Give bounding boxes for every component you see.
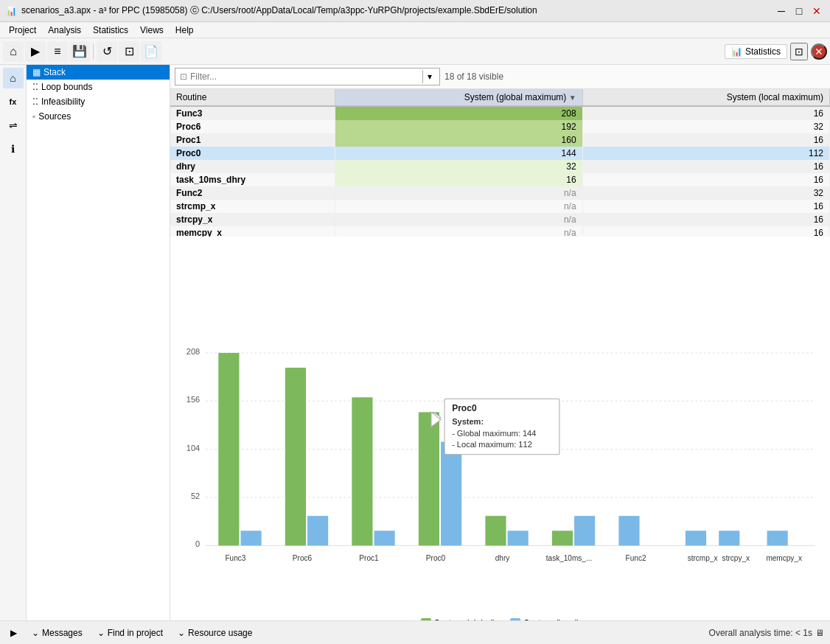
- col-header-global-max[interactable]: System (global maximum) ▼: [335, 89, 582, 106]
- panel-close-button[interactable]: ✕: [811, 43, 827, 60]
- resource-icon: ⌄: [178, 628, 185, 638]
- find-in-project-button[interactable]: ⌄ Find in project: [93, 626, 167, 640]
- expand-button[interactable]: ▶: [6, 626, 21, 640]
- list-toolbar-button[interactable]: ≡: [47, 41, 68, 62]
- resource-usage-button[interactable]: ⌄ Resource usage: [173, 626, 257, 640]
- chart-icon: 📊: [731, 46, 742, 57]
- filter-toolbar-button[interactable]: ⊡: [119, 41, 139, 62]
- tree-label-sources: Sources: [38, 111, 71, 122]
- cell-routine: strcmp_x: [170, 200, 335, 213]
- find-label: Find in project: [108, 628, 163, 638]
- bar-strcpy-local: [719, 531, 739, 545]
- cell-global-max: 32: [335, 160, 582, 173]
- tree-item-sources[interactable]: ◦ Sources: [27, 109, 170, 124]
- refresh-toolbar-button[interactable]: ↺: [97, 41, 117, 62]
- cell-routine: Proc1: [170, 133, 335, 147]
- sidebar-icons: ⌂ fx ⇌ ℹ: [0, 65, 27, 620]
- svg-text:0: 0: [195, 539, 200, 548]
- svg-text:strcmp_x: strcmp_x: [688, 554, 718, 562]
- menu-views[interactable]: Views: [134, 24, 170, 37]
- cell-routine: dhry: [170, 160, 335, 173]
- svg-text:104: 104: [186, 444, 200, 452]
- table-row[interactable]: memcpy_xn/a16: [170, 226, 830, 237]
- table-row[interactable]: Proc116016: [170, 133, 830, 147]
- messages-button[interactable]: ⌄ Messages: [27, 626, 87, 640]
- svg-text:Proc6: Proc6: [293, 554, 313, 562]
- resource-label: Resource usage: [188, 628, 252, 638]
- toolbar-separator: [93, 43, 94, 60]
- cell-global-max: n/a: [335, 200, 582, 213]
- export-toolbar-button[interactable]: 📄: [141, 41, 161, 62]
- filter-icon: ⊡: [180, 71, 187, 82]
- svg-text:strcpy_x: strcpy_x: [722, 554, 750, 562]
- tree-item-infeasibility[interactable]: ⁚⁚ Infeasibility: [27, 94, 170, 109]
- sidebar-home-icon[interactable]: ⌂: [3, 68, 24, 88]
- save-toolbar-button[interactable]: 💾: [69, 41, 90, 62]
- cell-routine: strcpy_x: [170, 213, 335, 226]
- home-toolbar-button[interactable]: ⌂: [3, 41, 24, 62]
- sidebar-fx-icon[interactable]: fx: [3, 91, 24, 112]
- analysis-time: Overall analysis time: < 1s: [709, 628, 812, 638]
- bar-dhry-local: [508, 531, 529, 545]
- tree-label-loop-bounds: Loop bounds: [41, 82, 92, 92]
- tree-item-stack[interactable]: ▦ Stack: [27, 65, 170, 80]
- filter-dropdown-button[interactable]: ▾: [422, 70, 435, 83]
- stack-icon: ▦: [32, 67, 41, 77]
- bar-proc6-global: [285, 368, 306, 545]
- sidebar-transform-icon[interactable]: ⇌: [3, 115, 24, 136]
- visible-count: 18 of 18 visible: [444, 71, 503, 82]
- bar-proc1-global: [352, 397, 372, 545]
- svg-text:- Global maximum: 144: - Global maximum: 144: [452, 429, 536, 438]
- pin-button[interactable]: ⊡: [790, 43, 808, 60]
- cell-global-max: 208: [335, 106, 582, 120]
- bar-proc1-local: [374, 531, 395, 545]
- cell-local-max: 16: [582, 213, 829, 226]
- table-row[interactable]: dhry3216: [170, 160, 830, 173]
- col-header-routine[interactable]: Routine: [170, 89, 335, 106]
- table-row[interactable]: Func2n/a32: [170, 186, 830, 200]
- bar-func3-local: [240, 531, 261, 545]
- menu-help[interactable]: Help: [170, 24, 200, 37]
- col-header-local-max[interactable]: System (local maximum): [582, 89, 829, 106]
- statistics-panel-button[interactable]: 📊 Statistics: [725, 44, 787, 59]
- svg-text:dhry: dhry: [495, 554, 510, 562]
- cell-local-max: 112: [582, 147, 829, 160]
- legend-local-label: System (local): [523, 618, 579, 620]
- cell-routine: Func3: [170, 106, 335, 120]
- table-row[interactable]: strcpy_xn/a16: [170, 213, 830, 226]
- cell-routine: Proc6: [170, 120, 335, 133]
- legend-global-color: [421, 618, 431, 620]
- cell-global-max: 144: [335, 147, 582, 160]
- cell-routine: memcpy_x: [170, 226, 335, 237]
- menu-statistics[interactable]: Statistics: [87, 24, 134, 37]
- table-row[interactable]: Proc619232: [170, 120, 830, 133]
- cell-routine: Func2: [170, 186, 335, 200]
- table-row[interactable]: strcmp_xn/a16: [170, 200, 830, 213]
- minimize-button[interactable]: ─: [774, 4, 789, 18]
- table-row[interactable]: task_10ms_dhry1616: [170, 173, 830, 186]
- filter-input[interactable]: [190, 71, 422, 82]
- svg-text:Func2: Func2: [626, 554, 646, 562]
- cell-local-max: 16: [582, 226, 829, 237]
- menu-project[interactable]: Project: [3, 24, 42, 37]
- run-toolbar-button[interactable]: ▶: [25, 41, 46, 62]
- cell-global-max: n/a: [335, 226, 582, 237]
- cell-routine: task_10ms_dhry: [170, 173, 335, 186]
- svg-text:Proc0: Proc0: [426, 554, 446, 562]
- tree-item-loop-bounds[interactable]: ⁚⁚ Loop bounds: [27, 80, 170, 94]
- app-icon: 📊: [6, 6, 17, 16]
- svg-text:52: 52: [191, 491, 200, 500]
- maximize-button[interactable]: □: [792, 4, 806, 18]
- legend-global: System (global): [421, 618, 495, 620]
- table-row[interactable]: Proc0144112: [170, 147, 830, 160]
- sidebar-info-icon[interactable]: ℹ: [3, 139, 24, 159]
- status-bar: ▶ ⌄ Messages ⌄ Find in project ⌄ Resourc…: [0, 620, 830, 644]
- svg-text:- Local maximum: 112: - Local maximum: 112: [452, 440, 532, 449]
- bar-proc6-local: [307, 516, 328, 545]
- cell-global-max: 16: [335, 173, 582, 186]
- close-button[interactable]: ✕: [809, 4, 824, 18]
- svg-text:Func3: Func3: [225, 554, 245, 562]
- data-table: Routine System (global maximum) ▼ System…: [170, 89, 830, 237]
- menu-analysis[interactable]: Analysis: [42, 24, 87, 37]
- table-row[interactable]: Func320816: [170, 106, 830, 120]
